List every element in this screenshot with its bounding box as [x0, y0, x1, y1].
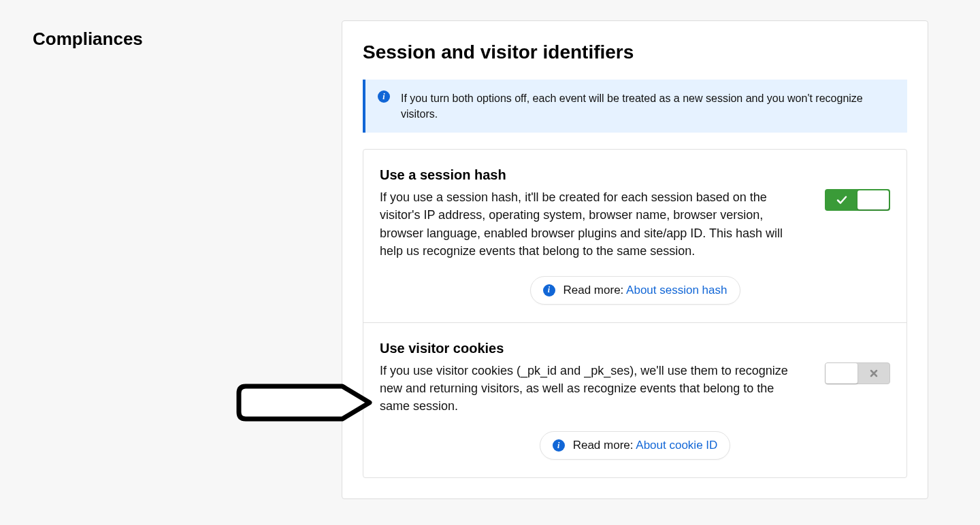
info-icon: i	[543, 284, 555, 297]
setting-visitor-cookies: Use visitor cookies If you use visitor c…	[363, 322, 906, 477]
label-arrow-icon	[233, 381, 376, 424]
readmore-label: Read more:	[573, 439, 636, 452]
panel-title: Session and visitor identifiers	[363, 41, 907, 63]
sidebar: Compliances	[33, 20, 325, 50]
readmore-pill-session-hash: i Read more: About session hash	[530, 276, 740, 305]
info-icon: i	[553, 439, 565, 452]
setting-session-hash: Use a session hash If you use a session …	[363, 150, 906, 322]
toggle-session-hash[interactable]	[825, 189, 890, 211]
check-icon	[826, 190, 858, 209]
info-banner: i If you turn both options off, each eve…	[363, 80, 907, 133]
setting-desc: If you use a session hash, it'll be crea…	[380, 188, 804, 259]
settings-panel: Session and visitor identifiers i If you…	[342, 20, 928, 499]
toggle-knob	[826, 363, 858, 384]
toggle-knob	[858, 190, 889, 209]
close-icon	[858, 363, 889, 384]
setting-desc: If you use visitor cookies (_pk_id and _…	[380, 362, 804, 415]
info-banner-text: If you turn both options off, each event…	[401, 90, 895, 122]
page-title: Compliances	[33, 29, 325, 50]
readmore-label: Read more:	[564, 284, 627, 297]
readmore-link-visitor-cookies[interactable]: About cookie ID	[636, 439, 717, 452]
setting-title: Use a session hash	[380, 167, 804, 183]
setting-title: Use visitor cookies	[380, 341, 804, 356]
readmore-link-session-hash[interactable]: About session hash	[626, 284, 727, 297]
info-icon: i	[378, 90, 390, 103]
readmore-pill-visitor-cookies: i Read more: About cookie ID	[540, 431, 731, 460]
settings-group: Use a session hash If you use a session …	[363, 149, 907, 478]
toggle-visitor-cookies[interactable]	[825, 362, 890, 384]
